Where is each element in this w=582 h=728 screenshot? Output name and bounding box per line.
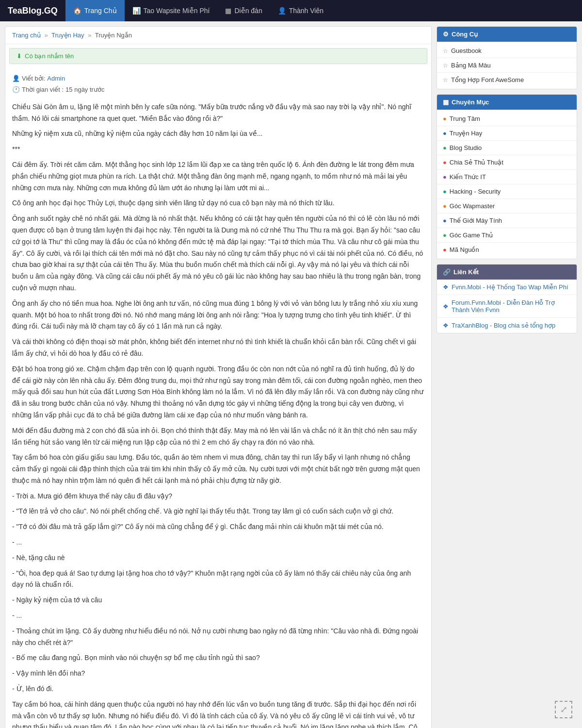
category-icon: ▦ bbox=[443, 99, 449, 106]
category-item-4[interactable]: ●Kiến Thức IT bbox=[437, 170, 577, 184]
category-link-3[interactable]: Chia Sẻ Thủ Thuật bbox=[450, 159, 503, 166]
category-title: Chuyên Mục bbox=[452, 99, 489, 106]
author-icon: 👤 bbox=[12, 73, 20, 84]
category-item-6[interactable]: ●Góc Wapmaster bbox=[437, 199, 577, 214]
nav-icon-2: ▦ bbox=[225, 7, 231, 15]
category-link-0[interactable]: Trung Tâm bbox=[450, 115, 480, 122]
nav-label-1: Tao Wapsite Miễn Phí bbox=[144, 7, 210, 15]
tools-title: Công Cụ bbox=[452, 31, 478, 38]
article-paragraph-4: Cô ông anh học đại học Thủy Lợi, thuộc d… bbox=[12, 198, 424, 209]
tools-card-body: ☆Guestbook☆Bảng Mã Màu☆Tổng Hợp Font Awe… bbox=[437, 42, 577, 89]
category-icon-7: ● bbox=[443, 217, 447, 224]
link-label-0: Fvnn.Mobi - Hệ Thống Tao Wap Miễn Phí bbox=[452, 283, 568, 291]
category-icon-0: ● bbox=[443, 115, 447, 122]
article-paragraph-1: Những kỷ niệm xưa cũ, những kỷ niệm của … bbox=[12, 128, 424, 140]
site-logo[interactable]: TeaBlog.GQ bbox=[0, 0, 65, 21]
category-link-2[interactable]: Blog Studio bbox=[450, 144, 482, 151]
author-link[interactable]: Admin bbox=[47, 73, 65, 84]
links-icon: 🔗 bbox=[443, 268, 451, 276]
tool-item-2[interactable]: ☆Tổng Hợp Font AweSome bbox=[437, 73, 577, 87]
category-link-7[interactable]: Thế Giới Máy Tính bbox=[450, 217, 502, 224]
tool-item-0[interactable]: ☆Guestbook bbox=[437, 44, 577, 58]
category-icon-4: ● bbox=[443, 173, 447, 181]
link-item-0[interactable]: ❖Fvnn.Mobi - Hệ Thống Tao Wap Miễn Phí bbox=[437, 280, 577, 295]
time-icon: 🕐 bbox=[12, 84, 20, 95]
link-icon-0: ❖ bbox=[443, 283, 449, 291]
link-item-1[interactable]: ❖Forum.Fvnn.Mobi - Diễn Đàn Hỗ Trợ Thành… bbox=[437, 295, 577, 318]
article-paragraph-20: - Bố mẹ câu đang ngủ. Bọn mình vào nói c… bbox=[12, 652, 424, 664]
nav-item-3[interactable]: 👤Thành Viên bbox=[270, 0, 331, 21]
tool-item-1[interactable]: ☆Bảng Mã Màu bbox=[437, 58, 577, 73]
category-item-9[interactable]: ●Mã Nguồn bbox=[437, 243, 577, 257]
article-paragraph-23: Tay cầm bó hoa, cái hình dáng quen thuộc… bbox=[12, 699, 424, 728]
category-icon-2: ● bbox=[443, 144, 447, 151]
corner-resize-icon[interactable]: ⤢ bbox=[555, 701, 572, 718]
article-paragraph-18: - ... bbox=[12, 610, 424, 622]
download-text: Có bạn nhắm tên bbox=[25, 52, 74, 60]
article-paragraph-5: Ông anh suốt ngày chê nó nhất gái. Mà dừ… bbox=[12, 213, 424, 294]
category-icon-5: ● bbox=[443, 188, 447, 195]
category-item-5[interactable]: ●Hacking - Security bbox=[437, 184, 577, 199]
category-card-header: ▦ Chuyên Mục bbox=[437, 95, 577, 110]
category-icon-9: ● bbox=[443, 246, 447, 253]
tool-icon-0: ☆ bbox=[443, 48, 448, 54]
main-content: Trang chủ » Truyện Hay » Truyện Ngắn ⬇ C… bbox=[5, 26, 432, 728]
time-value: 15 ngày trước bbox=[65, 84, 104, 95]
link-icon-2: ❖ bbox=[443, 322, 449, 329]
breadcrumb: Trang chủ » Truyện Hay » Truyện Ngắn bbox=[5, 27, 431, 44]
article-paragraph-11: - Trời a. Mưa gió đêm khuya thế này câu … bbox=[12, 491, 424, 502]
tool-link-0[interactable]: Guestbook bbox=[451, 47, 482, 54]
category-item-8[interactable]: ●Góc Game Thủ bbox=[437, 228, 577, 243]
article-paragraph-3: Cái đêm ấy. Trời rét căm căm. Một thằng … bbox=[12, 159, 424, 194]
category-icon-8: ● bbox=[443, 232, 447, 239]
category-item-7[interactable]: ●Thế Giới Máy Tính bbox=[437, 214, 577, 228]
article-paragraph-17: - Ngày kỷ niệm của tớ và câu bbox=[12, 595, 424, 606]
author-label: Viết bởi: bbox=[22, 73, 45, 84]
link-item-2[interactable]: ❖TraXanhBlog - Blog chia sẻ tổng hợp bbox=[437, 318, 577, 333]
tools-icon: ⚙ bbox=[443, 31, 449, 38]
time-row: 🕐 Thời gian viết : 15 ngày trước bbox=[12, 84, 424, 95]
category-link-9[interactable]: Mã Nguồn bbox=[450, 246, 479, 253]
nav-icon-0: 🏠 bbox=[73, 7, 81, 15]
links-card: 🔗 Liên Kết ❖Fvnn.Mobi - Hệ Thống Tao Wap… bbox=[436, 264, 577, 333]
link-label-1: Forum.Fvnn.Mobi - Diễn Đàn Hỗ Trợ Thành … bbox=[452, 299, 571, 314]
page-container: Trang chủ » Truyện Hay » Truyện Ngắn ⬇ C… bbox=[0, 21, 582, 728]
category-item-2[interactable]: ●Blog Studio bbox=[437, 141, 577, 155]
category-link-4[interactable]: Kiến Thức IT bbox=[450, 173, 486, 181]
nav-icon-1: 📊 bbox=[132, 7, 141, 15]
article-meta: 👤 Viết bởi: Admin 🕐 Thời gian viết : 15 … bbox=[5, 68, 431, 98]
article-paragraph-10: Tay cầm bó hoa còn giấu giấu sau lưng. Đ… bbox=[12, 452, 424, 486]
tool-link-2[interactable]: Tổng Hợp Font AweSome bbox=[451, 76, 524, 83]
download-icon: ⬇ bbox=[16, 52, 22, 60]
category-link-1[interactable]: Truyện Hay bbox=[450, 130, 482, 137]
main-nav: 🏠Trang Chủ📊Tao Wapsite Miễn Phí▦Diễn đàn… bbox=[65, 0, 331, 21]
links-card-body: ❖Fvnn.Mobi - Hệ Thống Tao Wap Miễn Phí❖F… bbox=[437, 280, 577, 333]
article-paragraph-15: - Nè, tặng câu nè bbox=[12, 552, 424, 564]
category-link-6[interactable]: Góc Wapmaster bbox=[450, 202, 495, 210]
category-link-8[interactable]: Góc Game Thủ bbox=[450, 232, 493, 239]
article-paragraph-6: Ông anh ấy cho nó tiền mua hoa. Nghe lời… bbox=[12, 298, 424, 332]
article-paragraph-8: Đặt bó hoa trong gió xe. Chậm chậm đạp t… bbox=[12, 364, 424, 421]
article-paragraph-13: - "Tớ có đòi đâu mà trả gấp lắm gì?" Cô … bbox=[12, 521, 424, 533]
article-paragraph-2: *** bbox=[12, 144, 424, 155]
breadcrumb-truyen-hay[interactable]: Truyện Hay bbox=[51, 32, 84, 39]
nav-item-0[interactable]: 🏠Trang Chủ bbox=[65, 0, 125, 21]
tool-link-1[interactable]: Bảng Mã Màu bbox=[451, 62, 491, 69]
nav-label-0: Trang Chủ bbox=[84, 7, 117, 15]
category-card-body: ●Trung Tâm●Truyện Hay●Blog Studio●Chia S… bbox=[437, 110, 577, 259]
category-item-3[interactable]: ●Chia Sẻ Thủ Thuật bbox=[437, 155, 577, 170]
article-paragraph-16: - "Ôi, hoa đẹp quá á! Sao tự dưng lại tặ… bbox=[12, 568, 424, 591]
category-item-0[interactable]: ●Trung Tâm bbox=[437, 112, 577, 126]
category-item-1[interactable]: ●Truyện Hay bbox=[437, 126, 577, 141]
article-paragraph-22: - Ừ, lên đó đi. bbox=[12, 683, 424, 695]
sidebar: ⚙ Công Cụ ☆Guestbook☆Bảng Mã Màu☆Tổng Hợ… bbox=[436, 26, 577, 728]
author-row: 👤 Viết bởi: Admin bbox=[12, 73, 424, 84]
breadcrumb-sep-2: » bbox=[88, 32, 91, 39]
nav-item-1[interactable]: 📊Tao Wapsite Miễn Phí bbox=[125, 0, 218, 21]
breadcrumb-current: Truyện Ngắn bbox=[95, 32, 132, 39]
category-icon-3: ● bbox=[443, 159, 447, 166]
nav-icon-3: 👤 bbox=[278, 7, 286, 15]
nav-item-2[interactable]: ▦Diễn đàn bbox=[217, 0, 270, 21]
breadcrumb-home[interactable]: Trang chủ bbox=[12, 32, 41, 39]
category-link-5[interactable]: Hacking - Security bbox=[450, 188, 501, 195]
